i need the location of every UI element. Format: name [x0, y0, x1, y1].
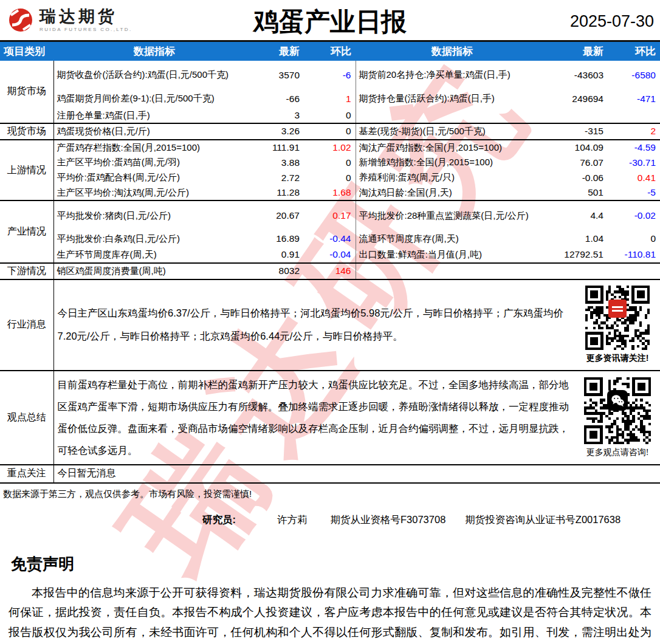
table-row: 产业情况平均批发价:猪肉(日,元/公斤)20.670.17平均批发价:28种重点… [0, 200, 660, 230]
focus-text: 今日暂无消息 [53, 465, 660, 483]
news-qr-caption: 更多资讯请关注! [586, 353, 649, 364]
category-focus: 重点关注 [0, 465, 53, 483]
indicator-cell: 平均价:蛋鸡配合料(周,元/公斤) [53, 170, 255, 185]
latest-value-cell: 8032 [255, 263, 304, 279]
col-header-category: 项目类别 [0, 41, 53, 61]
indicator-cell: 鸡蛋期货月间价差(9-1):(日,元/500千克) [53, 90, 255, 108]
change-value-cell: -0.04 [304, 247, 356, 262]
change-value-cell [608, 263, 660, 279]
indicator-cell: 流通环节周度库存(周,天) [356, 230, 549, 247]
indicator-cell: 养殖利润:蛋鸡(周,元/只) [356, 170, 549, 185]
page-title: 鸡蛋产业日报 [0, 5, 660, 39]
change-value-cell: 1 [304, 90, 356, 108]
indicator-cell: 新增雏鸡指数:全国(月,2015=100) [356, 155, 549, 170]
summary-text: 目前蛋鸡存栏量处于高位，前期补栏的蛋鸡新开产压力较大，鸡蛋供应比较充足。不过，全… [58, 374, 574, 462]
researcher-line: 研究员: 许方莉 期货从业资格号F3073708 期货投资咨询从业证书号Z001… [202, 513, 660, 527]
indicator-cell: 注册仓单量:鸡蛋(日,手) [53, 108, 255, 123]
table-row: 平均批发价:白条鸡(日,元/公斤)16.89-0.44流通环节周度库存(周,天)… [0, 230, 660, 247]
latest-value-cell: 249694 [549, 90, 608, 108]
table-row: 现货市场鸡蛋现货价格(日,元/斤)3.260基差(现货-期货)(日,元/500千… [0, 123, 660, 140]
change-value-cell: 2 [608, 123, 660, 140]
change-value-cell: 0 [304, 108, 356, 123]
change-value-cell: 0.17 [304, 200, 356, 230]
latest-value-cell: -0.06 [549, 170, 608, 185]
latest-value-cell: 12792.51 [549, 247, 608, 262]
category-news: 行业消息 [0, 279, 53, 371]
wechat-icon [607, 390, 628, 411]
change-value-cell: -6 [304, 61, 356, 90]
change-value-cell: -5 [608, 185, 660, 200]
category-summary: 观点总结 [0, 371, 53, 465]
category-cell: 下游情况 [0, 263, 53, 279]
indicator-cell: 生产环节周度库存(周,天) [53, 247, 255, 262]
change-value-cell: -471 [608, 90, 660, 108]
indicator-cell: 淘汰鸡日龄:全国(月,天) [356, 185, 549, 200]
indicator-cell: 销区鸡蛋周度消费量(周,吨) [53, 263, 255, 279]
indicator-cell: 淘汰产蛋鸡指数:全国(月,2015=100) [356, 140, 549, 155]
indicator-cell [356, 108, 549, 123]
researcher-cert-1: 期货从业资格号F3073708 [331, 513, 446, 527]
change-value-cell: 0 [304, 155, 356, 170]
news-text: 今日主产区山东鸡蛋均价6.37/公斤，与昨日价格持平；河北鸡蛋均价5.98元/公… [58, 302, 574, 347]
latest-value-cell: 104.09 [549, 140, 608, 155]
latest-value-cell: 3.26 [255, 123, 304, 140]
table-header-row: 项目类别 数据指标 最新 环比 数据指标 最新 环比 [0, 41, 660, 61]
latest-value-cell: 20.67 [255, 200, 304, 230]
latest-value-cell: 2.72 [255, 170, 304, 185]
category-cell: 期货市场 [0, 61, 53, 123]
disclaimer-body: 本报告中的信息均来源于公开可获得资料，瑞达期货股份有限公司力求准确可靠，但对这些… [9, 583, 651, 644]
latest-value-cell: 0.91 [255, 247, 304, 262]
table-row: 主产区平均价:淘汰鸡(周,元/公斤)11.281.68淘汰鸡日龄:全国(月,天)… [0, 185, 660, 200]
change-value-cell: 0 [608, 230, 660, 247]
latest-value-cell: -315 [549, 123, 608, 140]
table-row: 生产环节周度库存(周,天)0.91-0.04出口数量:鲜鸡蛋:当月值(月,吨)1… [0, 247, 660, 262]
latest-value-cell [549, 263, 608, 279]
summary-qr-code-icon [584, 377, 651, 444]
indicator-cell: 平均批发价:28种重点监测蔬菜(日,元/公斤) [356, 200, 549, 230]
change-value-cell: -0.02 [608, 200, 660, 230]
indicator-cell: 主产区平均价:蛋鸡苗(周,元/羽) [53, 155, 255, 170]
change-value-cell: 1.68 [304, 185, 356, 200]
indicator-cell: 期货前20名持仓:净买单量:鸡蛋(日,手) [356, 61, 549, 90]
category-cell: 产业情况 [0, 200, 53, 262]
table-row: 下游情况销区鸡蛋周度消费量(周,吨)8032146 [0, 263, 660, 279]
indicator-cell: 期货收盘价(活跃合约):鸡蛋(日,元/500千克) [53, 61, 255, 90]
table-row: 主产区平均价:蛋鸡苗(周,元/羽)3.880新增雏鸡指数:全国(月,2015=1… [0, 155, 660, 170]
disclaimer-title: 免责声明 [11, 553, 660, 575]
news-qr-code-icon [585, 286, 650, 350]
latest-value-cell: -43603 [549, 61, 608, 90]
col-header-latest-right: 最新 [549, 41, 608, 61]
change-value-cell: -6580 [608, 61, 660, 90]
col-header-latest-left: 最新 [255, 41, 304, 61]
change-value-cell: 0 [304, 123, 356, 140]
report-page: 瑞达期货 RUIDA FUTURES CO.,LTD. 鸡蛋产业日报 2025-… [0, 0, 660, 644]
indicator-cell: 基差(现货-期货)(日,元/500千克) [356, 123, 549, 140]
change-value-cell: -4.59 [608, 140, 660, 155]
indicator-cell: 鸡蛋现货价格(日,元/斤) [53, 123, 255, 140]
change-value-cell [608, 108, 660, 123]
category-cell: 现货市场 [0, 123, 53, 140]
latest-value-cell: 111.91 [255, 140, 304, 155]
category-cell: 上游情况 [0, 140, 53, 201]
summary-section-row: 观点总结 目前蛋鸡存栏量处于高位，前期补栏的蛋鸡新开产压力较大，鸡蛋供应比较充足… [0, 371, 660, 465]
latest-value-cell: 3 [255, 108, 304, 123]
risk-note: 数据来源于第三方，观点仅供参考。市场有风险，投资需谨慎! [0, 484, 660, 500]
table-row: 上游情况产蛋鸡存栏指数:全国(月,2015=100)111.911.02淘汰产蛋… [0, 140, 660, 155]
focus-section-row: 重点关注 今日暂无消息 [0, 465, 660, 483]
researcher-label: 研究员: [202, 513, 236, 527]
col-header-indicator-left: 数据指标 [53, 41, 255, 61]
change-value-cell: 0 [304, 170, 356, 185]
latest-value-cell: -66 [255, 90, 304, 108]
change-value-cell: 0.41 [608, 170, 660, 185]
col-header-change-left: 环比 [304, 41, 356, 61]
news-section-row: 行业消息 今日主产区山东鸡蛋均价6.37/公斤，与昨日价格持平；河北鸡蛋均价5.… [0, 279, 660, 371]
latest-value-cell: 4.4 [549, 200, 608, 230]
researcher-cert-2: 期货投资咨询从业证书号Z0017638 [465, 513, 620, 527]
latest-value-cell: 76.07 [549, 155, 608, 170]
change-value-cell: 146 [304, 263, 356, 279]
table-row: 注册仓单量:鸡蛋(日,手)30 [0, 108, 660, 123]
indicator-cell: 出口数量:鲜鸡蛋:当月值(月,吨) [356, 247, 549, 262]
change-value-cell: -30.71 [608, 155, 660, 170]
indicator-cell: 期货持仓量(活跃合约):鸡蛋(日,手) [356, 90, 549, 108]
change-value-cell: -0.44 [304, 230, 356, 247]
